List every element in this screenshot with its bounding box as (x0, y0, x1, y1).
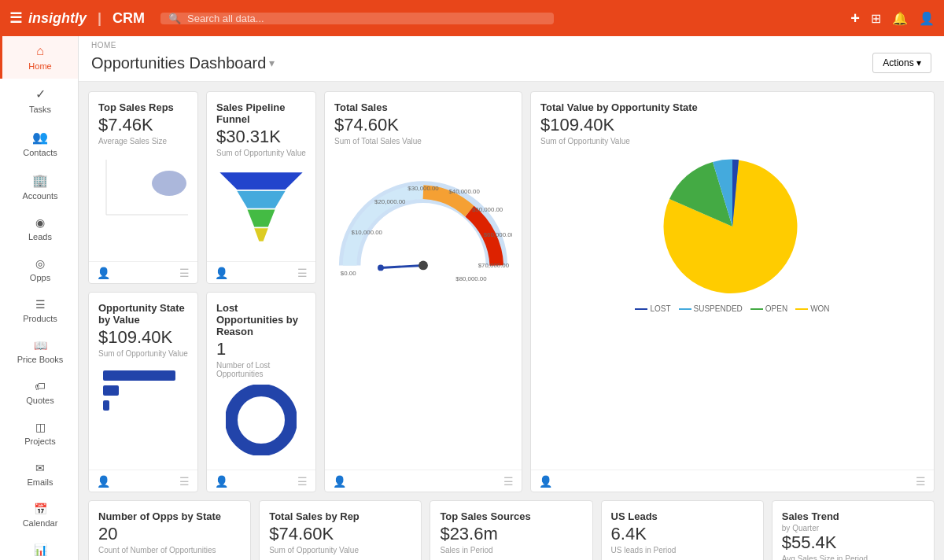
card-total-sales-title: Total Sales (334, 101, 512, 113)
sidebar-item-accounts[interactable]: 🏢 Accounts (0, 165, 78, 208)
sidebar-label-opps: Opps (30, 273, 50, 282)
actions-button[interactable]: Actions ▾ (872, 53, 931, 73)
page-header: Opportunities Dashboard ▾ Actions ▾ (79, 50, 944, 82)
contacts-icon: 👥 (32, 130, 48, 145)
card-sales-trend-value: $55.4K (782, 532, 868, 553)
sidebar-label-calendar: Calendar (23, 518, 58, 528)
dashboard-row3: Number of Opps by State 20 Count of Numb… (79, 500, 944, 560)
sidebar: ⌂ Home ✓ Tasks 👥 Contacts 🏢 Accounts ◉ L… (0, 36, 79, 560)
sidebar-item-leads[interactable]: ◉ Leads (0, 208, 78, 249)
top-sales-bar-chart (98, 152, 188, 223)
svg-marker-6 (254, 228, 268, 241)
svg-text:$20,000.00: $20,000.00 (374, 198, 406, 205)
dropdown-arrow: ▾ (269, 57, 275, 69)
card-pipeline-title: Sales Pipeline Funnel (216, 101, 306, 125)
card-pipeline: Sales Pipeline Funnel $30.31K Sum of Opp… (206, 91, 316, 284)
card-footer-user-icon: 👤 (333, 475, 346, 488)
svg-text:$40,000.00: $40,000.00 (448, 188, 480, 195)
quotes-icon: 🏷 (35, 380, 46, 392)
card-total-value: Total Value by Opportunity State $109.40… (530, 91, 935, 492)
card-pipeline-footer: 👤 ☰ (207, 261, 315, 283)
sidebar-label-leads: Leads (28, 232, 52, 241)
pie-chart-total-value (646, 152, 819, 301)
card-total-rep-subtitle: Sum of Opportunity Value (269, 546, 411, 554)
card-us-leads-value: 6.4K (611, 524, 754, 544)
card-total-value-footer: 👤 ☰ (531, 470, 934, 492)
card-lost-value: 1 (216, 339, 306, 359)
svg-marker-5 (247, 210, 275, 227)
card-num-opps-title: Number of Opps by State (98, 510, 241, 522)
card-total-sales-value: $74.60K (334, 115, 512, 135)
sidebar-item-projects[interactable]: ◫ Projects (0, 413, 78, 454)
card-sources-value: $23.6m (440, 524, 582, 544)
svg-text:$80,000.00: $80,000.00 (455, 275, 487, 282)
sidebar-label-products: Products (23, 314, 57, 323)
card-footer-menu-icon[interactable]: ☰ (503, 475, 514, 488)
apps-icon[interactable]: ⊞ (871, 11, 881, 26)
pie-legend: LOST SUSPENDED OPEN WON (635, 304, 829, 313)
projects-icon: ◫ (35, 421, 46, 433)
card-num-opps-value: 20 (98, 524, 241, 544)
card-us-leads: US Leads 6.4K US leads in Period 👤 (601, 500, 764, 560)
search-input[interactable] (187, 13, 546, 24)
card-footer-menu-icon[interactable]: ☰ (297, 267, 308, 279)
opps-icon: ◎ (35, 257, 45, 270)
menu-icon[interactable]: ☰ (9, 9, 22, 27)
user-icon[interactable]: 👤 (919, 11, 935, 26)
sidebar-label-price-books: Price Books (17, 355, 64, 364)
card-total-rep-title: Total Sales by Rep (269, 510, 411, 522)
card-footer-menu-icon[interactable]: ☰ (179, 475, 190, 488)
svg-text:$60,000.00: $60,000.00 (484, 231, 512, 238)
svg-marker-3 (219, 172, 302, 190)
card-sales-trend-subtitle-quarter: by Quarter (782, 524, 868, 532)
add-icon[interactable]: + (850, 9, 860, 28)
sidebar-item-contacts[interactable]: 👥 Contacts (0, 122, 78, 165)
svg-point-18 (378, 264, 384, 271)
sidebar-item-calendar[interactable]: 📅 Calendar (0, 495, 78, 536)
page-title: Opportunities Dashboard ▾ (91, 54, 275, 72)
card-lost-footer: 👤 ☰ (207, 470, 315, 492)
notifications-icon[interactable]: 🔔 (892, 11, 908, 26)
card-lost-subtitle: Number of Lost Opportunities (216, 361, 306, 378)
sidebar-item-products[interactable]: ☰ Products (0, 290, 78, 331)
search-bar[interactable]: 🔍 (160, 13, 554, 24)
top-sales-chart-area (98, 152, 188, 246)
sidebar-item-opps[interactable]: ◎ Opps (0, 249, 78, 290)
legend-suspended: SUSPENDED (679, 304, 743, 313)
sidebar-label-quotes: Quotes (26, 396, 53, 405)
legend-won: WON (795, 304, 829, 313)
card-total-value-value: $109.40K (540, 115, 924, 135)
card-sources-subtitle: Sales in Period (440, 546, 582, 554)
svg-point-20 (244, 403, 278, 437)
card-footer-menu-icon[interactable]: ☰ (297, 475, 308, 488)
leads-icon: ◉ (35, 216, 45, 229)
card-footer-user-icon: 👤 (539, 475, 552, 488)
sidebar-item-price-books[interactable]: 📖 Price Books (0, 331, 78, 372)
sidebar-label-accounts: Accounts (22, 191, 57, 201)
emails-icon: ✉ (35, 462, 45, 474)
card-top-sales-reps-title: Top Sales Reps (98, 101, 188, 113)
svg-text:$70,000.00: $70,000.00 (478, 262, 510, 269)
sidebar-item-home[interactable]: ⌂ Home (0, 36, 78, 79)
card-footer-menu-icon[interactable]: ☰ (916, 475, 926, 488)
card-lost-opps: Lost Opportunities by Reason 1 Number of… (206, 292, 316, 492)
card-total-sales-footer: 👤 ☰ (325, 470, 522, 492)
card-sales-trend-title: Sales Trend (782, 510, 868, 522)
card-opp-subtitle: Sum of Opportunity Value (98, 349, 188, 358)
breadcrumb: HOME (79, 36, 944, 50)
card-lost-title: Lost Opportunities by Reason (216, 302, 306, 337)
sidebar-item-dashboards[interactable]: 📊 Dashboards (0, 536, 78, 560)
svg-text:$50,000.00: $50,000.00 (472, 206, 503, 213)
price-books-icon: 📖 (34, 339, 47, 352)
card-total-rep: Total Sales by Rep $74.60K Sum of Opport… (259, 500, 422, 560)
funnel-chart (216, 164, 306, 250)
sidebar-label-contacts: Contacts (23, 148, 57, 157)
card-pipeline-value: $30.31K (216, 127, 306, 147)
bar-row-2 (103, 385, 184, 396)
sidebar-item-tasks[interactable]: ✓ Tasks (0, 79, 78, 122)
sidebar-item-emails[interactable]: ✉ Emails (0, 454, 78, 495)
card-sales-trend-sub: Avg Sales Size in Period (782, 554, 868, 560)
card-footer-menu-icon[interactable]: ☰ (179, 267, 190, 279)
svg-line-16 (381, 265, 423, 267)
sidebar-item-quotes[interactable]: 🏷 Quotes (0, 372, 78, 413)
